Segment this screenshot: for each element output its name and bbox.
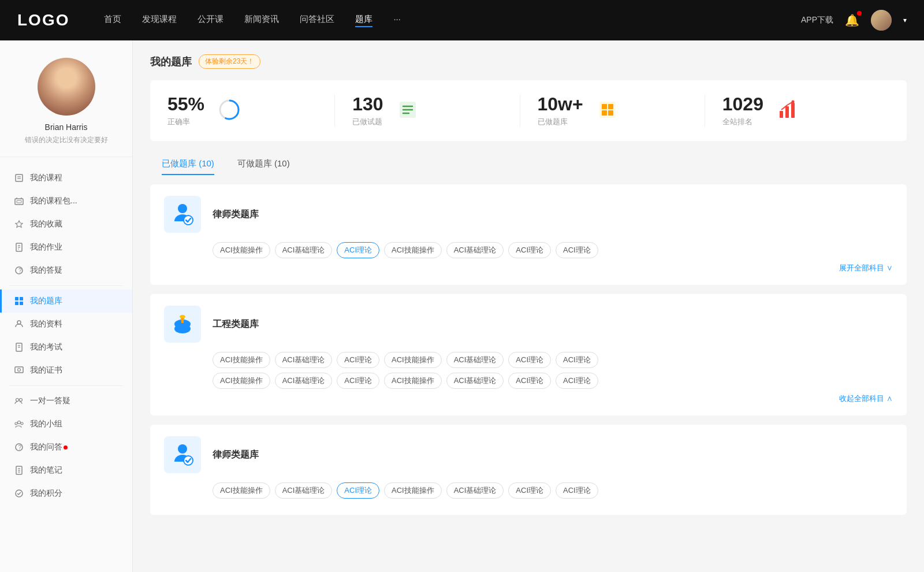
banks-stat-icon <box>597 99 618 122</box>
stat-rank-label: 全站排名 <box>722 117 763 127</box>
page-title: 我的题库 <box>150 55 192 69</box>
bank-tag-2-8[interactable]: ACI技能操作 <box>213 373 270 389</box>
sidebar-item-my-questions[interactable]: ? 我的问答 <box>0 436 132 459</box>
one-on-one-icon <box>14 396 24 406</box>
nav-discover[interactable]: 发现课程 <box>142 14 177 27</box>
divider1 <box>9 285 123 286</box>
tab-done-banks[interactable]: 已做题库 (10) <box>150 153 226 175</box>
sidebar-item-one-on-one[interactable]: 一对一答疑 <box>0 389 132 413</box>
sidebar-label-my-course: 我的课程 <box>30 173 62 183</box>
bank-tag-2-2[interactable]: ACI基础理论 <box>275 352 333 368</box>
svg-rect-42 <box>599 102 616 118</box>
nav-open-course[interactable]: 公开课 <box>198 14 223 27</box>
bank-card-1-tags: ACI技能操作 ACI基础理论 ACI理论 ACI技能操作 ACI基础理论 AC… <box>213 242 893 258</box>
bank-tag-3-3[interactable]: ACI理论 <box>337 482 379 499</box>
nav-bank[interactable]: 题库 <box>355 14 372 27</box>
nav-news[interactable]: 新闻资讯 <box>244 14 279 27</box>
bank-tag-2-7[interactable]: ACI理论 <box>556 352 598 368</box>
bank-tag-1-3[interactable]: ACI理论 <box>337 242 379 258</box>
bank-tag-3-2[interactable]: ACI基础理论 <box>275 482 333 499</box>
profile-motto: 错误的决定比没有决定要好 <box>12 135 121 145</box>
sidebar-label-one-on-one: 一对一答疑 <box>30 396 70 406</box>
sidebar-item-my-bank[interactable]: 我的题库 <box>0 289 132 313</box>
bank-card-1-name: 律师类题库 <box>213 209 259 221</box>
bank-card-1-content: ACI技能操作 ACI基础理论 ACI理论 ACI技能操作 ACI基础理论 AC… <box>164 242 893 273</box>
bank-tag-2-11[interactable]: ACI技能操作 <box>384 373 442 389</box>
nav-qa[interactable]: 问答社区 <box>300 14 334 27</box>
bank-tag-1-2[interactable]: ACI基础理论 <box>275 242 333 258</box>
bank-tag-3-7[interactable]: ACI理论 <box>556 482 598 499</box>
nav-more[interactable]: ··· <box>393 14 401 27</box>
notification-bell[interactable]: 🔔 <box>845 13 859 27</box>
svg-point-27 <box>15 422 17 425</box>
rank-stat-icon <box>777 99 798 122</box>
sidebar-item-my-cert[interactable]: 我的证书 <box>0 359 132 382</box>
sidebar-item-my-group[interactable]: 我的小组 <box>0 413 132 436</box>
bank-tag-2-10[interactable]: ACI理论 <box>337 373 379 389</box>
bank-tag-2-14[interactable]: ACI理论 <box>556 373 598 389</box>
tab-available-banks[interactable]: 可做题库 (10) <box>226 153 301 175</box>
bank-tag-1-4[interactable]: ACI技能操作 <box>384 242 442 258</box>
svg-rect-43 <box>602 104 607 109</box>
bank-tag-1-6[interactable]: ACI理论 <box>508 242 551 258</box>
stat-banks-value: 10w+ <box>538 94 583 114</box>
avatar[interactable] <box>871 10 892 31</box>
bank-tag-2-3[interactable]: ACI理论 <box>337 352 379 368</box>
bank-tag-2-4[interactable]: ACI技能操作 <box>384 352 442 368</box>
sidebar-item-my-profile[interactable]: 我的资料 <box>0 313 132 336</box>
bank-tag-3-1[interactable]: ACI技能操作 <box>213 482 270 499</box>
nav-home[interactable]: 首页 <box>104 14 121 27</box>
sidebar-item-my-favorites[interactable]: 我的收藏 <box>0 213 132 236</box>
questions-stat-icon <box>397 99 418 122</box>
stat-rank-value: 1029 <box>722 94 763 114</box>
bank-tag-3-6[interactable]: ACI理论 <box>508 482 551 499</box>
header-right: APP下载 🔔 ▾ <box>801 10 907 31</box>
sidebar-item-my-exam[interactable]: 我的考试 <box>0 336 132 359</box>
bank-card-2-collapse[interactable]: 收起全部科目 ∧ <box>213 393 893 404</box>
bank-tag-1-5[interactable]: ACI基础理论 <box>446 242 504 258</box>
bank-tag-1-1[interactable]: ACI技能操作 <box>213 242 270 258</box>
course-icon <box>14 173 24 183</box>
svg-text:?: ? <box>18 444 22 451</box>
app-download-button[interactable]: APP下载 <box>801 15 833 25</box>
svg-rect-14 <box>15 297 18 300</box>
svg-point-51 <box>178 204 187 213</box>
sidebar-item-my-course[interactable]: 我的课程 <box>0 166 132 190</box>
svg-rect-15 <box>20 297 23 300</box>
bank-card-1-expand[interactable]: 展开全部科目 ∨ <box>213 263 893 273</box>
main-nav: 首页 发现课程 公开课 新闻资讯 问答社区 题库 ··· <box>104 14 801 27</box>
questions-icon: ? <box>14 442 24 452</box>
stat-accuracy-label: 正确率 <box>167 117 204 127</box>
stat-banks-numbers: 10w+ 已做题库 <box>538 94 583 127</box>
svg-point-24 <box>16 399 19 402</box>
bank-tag-1-7[interactable]: ACI理论 <box>556 242 598 258</box>
bank-tag-3-4[interactable]: ACI技能操作 <box>384 482 442 499</box>
bank-tag-2-13[interactable]: ACI理论 <box>508 373 551 389</box>
sidebar-item-my-qa[interactable]: ? 我的答疑 <box>0 259 132 282</box>
questions-badge <box>64 445 68 450</box>
bank-tag-2-9[interactable]: ACI基础理论 <box>275 373 333 389</box>
bank-tag-2-1[interactable]: ACI技能操作 <box>213 352 270 368</box>
bank-tag-3-5[interactable]: ACI基础理论 <box>446 482 504 499</box>
bank-tag-2-5[interactable]: ACI基础理论 <box>446 352 504 368</box>
sidebar-item-my-homework[interactable]: 我的作业 <box>0 236 132 259</box>
svg-point-25 <box>20 399 23 402</box>
sidebar-item-my-points[interactable]: 我的积分 <box>0 482 132 505</box>
avatar-dropdown-icon[interactable]: ▾ <box>903 16 907 24</box>
bank-card-3-name: 律师类题库 <box>213 449 259 461</box>
tabs-bar: 已做题库 (10) 可做题库 (10) <box>150 153 907 175</box>
sidebar-item-my-course-pack[interactable]: 我的课程包... <box>0 190 132 213</box>
svg-point-50 <box>791 100 794 103</box>
sidebar-label-my-profile: 我的资料 <box>30 319 62 329</box>
sidebar-label-my-qa: 我的答疑 <box>30 265 62 276</box>
cert-icon <box>14 365 24 376</box>
stat-rank: 1029 全站排名 <box>705 94 889 127</box>
bank-tag-2-12[interactable]: ACI基础理论 <box>446 373 504 389</box>
bank-card-3-content: ACI技能操作 ACI基础理论 ACI理论 ACI技能操作 ACI基础理论 AC… <box>164 482 893 499</box>
sidebar-menu: 我的课程 我的课程包... 我的收藏 我的作业 <box>0 166 132 505</box>
profile-avatar <box>38 58 95 116</box>
svg-text:?: ? <box>18 268 22 274</box>
sidebar-item-my-notes[interactable]: 我的笔记 <box>0 459 132 482</box>
page-header: 我的题库 体验剩余23天！ <box>150 54 907 69</box>
bank-tag-2-6[interactable]: ACI理论 <box>508 352 551 368</box>
